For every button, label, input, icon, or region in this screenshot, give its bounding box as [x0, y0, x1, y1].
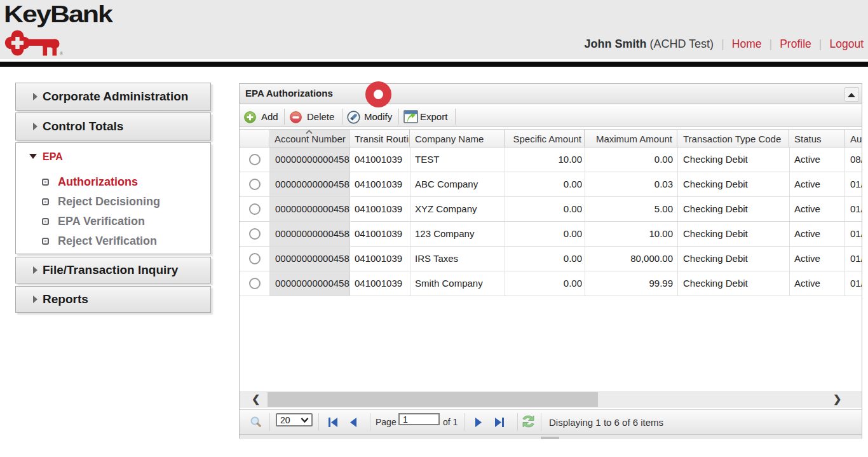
svg-text:®: ® — [60, 51, 63, 56]
